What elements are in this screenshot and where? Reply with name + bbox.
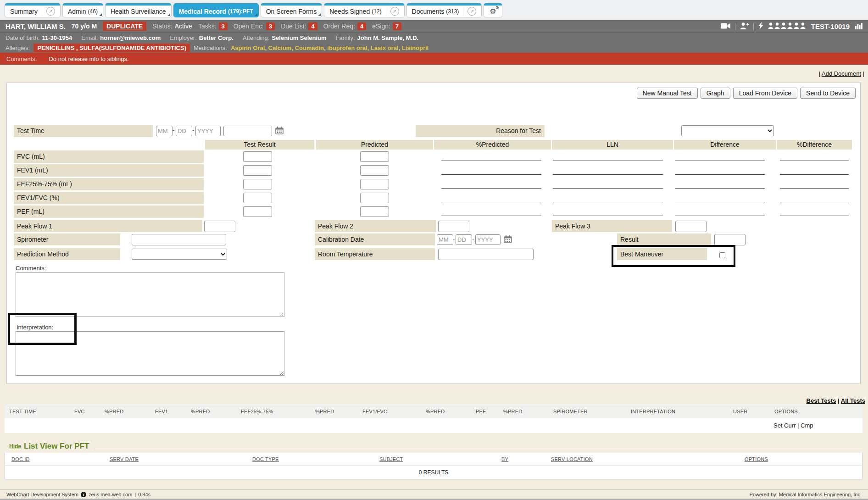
row-label-fev1: FEV1 (mL) [14,164,204,177]
spirometer-input[interactable] [132,234,226,245]
all-tests-link[interactable]: All Tests [841,397,865,404]
peak-flow-1-label: Peak Flow 1 [14,220,202,232]
person-icon[interactable] [787,22,793,30]
tab-count: (46) [88,8,98,15]
calibration-day-input[interactable] [456,234,472,245]
calibration-month-input[interactable] [437,234,453,245]
list-header-doc-type[interactable]: DOC TYPE [252,456,279,462]
duplicate-badge[interactable]: DUPLICATE [103,22,146,31]
fvc-test-result-input[interactable] [243,151,272,162]
add-user-icon[interactable] [740,22,749,31]
calibration-year-input[interactable] [475,234,501,245]
reason-for-test-select[interactable] [681,125,774,136]
pef-percent-predicted-line [441,216,541,216]
list-header-serv-date[interactable]: SERV DATE [110,456,139,462]
fef-percent-difference-line [780,188,849,189]
patient-header-row-1: HART, WILLIAM S. 70 y/o M DUPLICATE Stat… [0,20,868,33]
list-header-subject[interactable]: SUBJECT [379,456,403,462]
patient-name: HART, WILLIAM S. [6,22,66,30]
result-input[interactable] [714,234,746,245]
add-document-bar: | Add Document | [819,70,864,77]
person-icon[interactable] [800,22,806,30]
results-header-test-time: TEST TIME [9,409,36,414]
pft-toolbar: New Manual Test Graph Load From Device S… [637,88,856,99]
list-header-doc-id[interactable]: DOC ID [11,456,30,462]
peak-flow-1-input[interactable] [204,221,235,232]
lightning-icon[interactable] [758,22,763,31]
tab-summary[interactable]: Summary ↗ [5,3,61,17]
due-list-counter: Due List: 4 [281,22,317,30]
form-comments-textarea[interactable] [16,272,284,317]
load-from-device-button[interactable]: Load From Device [733,88,797,99]
prediction-method-select[interactable] [132,249,227,260]
list-header-by[interactable]: BY [501,456,508,462]
graph-button[interactable]: Graph [701,88,730,99]
person-icon[interactable] [781,22,786,30]
tab-medical-record[interactable]: Medical Record (179):PFT [173,3,259,17]
cmp-link[interactable]: Cmp [801,422,813,429]
pef-predicted-input[interactable] [360,206,389,217]
send-to-device-button[interactable]: Send to Device [800,88,856,99]
popout-icon[interactable]: ↗ [390,7,399,16]
room-temperature-label: Room Temperature [315,248,435,260]
order-req-count-badge[interactable]: 4 [357,22,366,30]
results-table-header: TEST TIME FVC %PRED FEV1 %PRED FEF25%-75… [5,404,862,419]
list-header-serv-location[interactable]: SERV LOCATION [551,456,593,462]
new-manual-test-button[interactable]: New Manual Test [637,88,698,99]
patient-header-row-3: Allergies: PENICILLINS , SULFA(SULFONAMI… [0,43,868,53]
fvc-percent-difference-line [780,161,849,161]
tab-health-surveillance[interactable]: Health Surveillance [105,3,172,17]
fev1-fvc-predicted-input[interactable] [360,193,389,203]
set-curr-link[interactable]: Set Curr [773,422,796,429]
results-header-options: OPTIONS [774,409,798,414]
allergies-badge[interactable]: PENICILLINS , SULFA(SULFONAMIDE ANTIBIOT… [33,44,190,52]
best-tests-link[interactable]: Best Tests [807,397,836,404]
test-time-year-input[interactable] [195,126,221,136]
popout-icon[interactable]: ↗ [46,7,55,16]
bar-chart-icon[interactable] [855,22,862,31]
add-document-link[interactable]: Add Document [822,70,861,77]
list-view-empty-row: 0 RESULTS [5,466,862,479]
settings-tab-button[interactable]: ⚙⚙ [484,3,502,17]
due-list-count-badge[interactable]: 4 [308,22,317,30]
annotation-box-interpretation [8,313,77,345]
fvc-lln-line [553,161,663,161]
test-time-month-input[interactable] [156,126,172,136]
tab-label: Summary [10,8,38,15]
popout-icon[interactable]: ↗ [467,7,476,16]
tab-needs-signed[interactable]: Needs Signed (12) ↗ [324,3,404,17]
test-time-time-input[interactable] [223,126,272,136]
calendar-icon[interactable] [275,127,284,136]
info-icon[interactable]: i [81,492,86,497]
pef-test-result-input[interactable] [243,206,272,217]
calendar-icon[interactable] [504,235,512,245]
tab-documents[interactable]: Documents (313) ↗ [406,3,482,17]
fev1-test-result-input[interactable] [243,165,272,176]
list-header-options[interactable]: OPTIONS [745,456,768,462]
video-camera-icon[interactable] [721,23,730,30]
fev1-fvc-test-result-input[interactable] [243,193,272,203]
results-header-fev1: FEV1 [155,409,168,414]
medications-list[interactable]: Aspirin Oral, Calcium, Coumadin, ibuprof… [231,44,428,51]
fvc-predicted-input[interactable] [360,151,389,162]
pef-difference-line [675,216,765,216]
tab-admin[interactable]: Admin (46) [62,3,103,17]
test-time-day-input[interactable] [176,126,192,136]
person-icon[interactable] [768,22,773,30]
room-temperature-input[interactable] [438,249,534,260]
peak-flow-3-input[interactable] [675,221,707,232]
fef-predicted-input[interactable] [360,179,389,189]
tasks-count-badge[interactable]: 3 [219,22,228,30]
person-icon[interactable] [774,22,780,30]
patient-header-row-2: Date of birth: 11-30-1954 Email: horner@… [0,33,868,43]
open-enc-count-badge[interactable]: 3 [266,22,275,30]
esign-count-badge[interactable]: 7 [393,22,401,30]
tab-on-screen-forms[interactable]: On Screen Forms [261,3,322,17]
spirometer-label: Spirometer [14,233,120,245]
fef-test-result-input[interactable] [243,179,272,189]
peak-flow-2-input[interactable] [438,221,469,232]
fev1-predicted-input[interactable] [360,165,389,176]
results-header-fvc: FVC [74,409,85,414]
person-icon[interactable] [794,22,799,30]
hide-list-view-link[interactable]: Hide [9,443,21,450]
